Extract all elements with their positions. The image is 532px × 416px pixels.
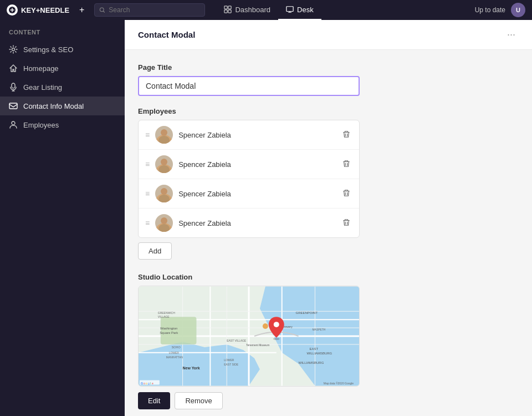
svg-point-59 [273, 338, 280, 340]
trash-icon [342, 160, 350, 168]
content-area: Contact Modal ··· Page Title Employees ≡ [125, 20, 532, 416]
content-header: Contact Modal ··· [125, 20, 532, 50]
tab-dashboard-label: Dashboard [235, 6, 270, 14]
svg-text:e: e [152, 382, 154, 385]
sidebar-item-gear-listing-label: Gear Listing [23, 83, 62, 92]
trash-icon [342, 189, 350, 197]
drag-handle-icon[interactable]: ≡ [145, 160, 150, 169]
map-remove-button[interactable]: Remove [175, 392, 222, 409]
svg-text:o: o [146, 382, 147, 385]
svg-text:Map data ©2020 Google: Map data ©2020 Google [324, 382, 354, 385]
drag-handle-icon[interactable]: ≡ [145, 189, 150, 198]
svg-rect-11 [9, 103, 17, 109]
desk-icon [286, 6, 294, 13]
table-row: ≡ Spencer Zabiela [139, 120, 359, 150]
studio-location-label: Studio Location [138, 273, 519, 281]
svg-text:LOWER: LOWER [169, 352, 180, 354]
employee-delete-button[interactable] [340, 159, 352, 170]
add-employee-button[interactable]: Add [138, 242, 172, 260]
brand-logo [7, 4, 18, 16]
trash-icon [342, 219, 350, 226]
sidebar: Content Settings & SEO Homepage Gear Lis… [0, 20, 125, 416]
svg-text:GREENPOINT: GREENPOINT [296, 311, 318, 314]
svg-rect-6 [287, 7, 293, 12]
employee-delete-button[interactable] [340, 129, 352, 141]
search-bar[interactable] [94, 3, 205, 17]
svg-text:GREENWICH: GREENWICH [158, 312, 175, 314]
sidebar-item-gear-listing[interactable]: Gear Listing [0, 78, 125, 97]
map-buttons: Edit Remove [138, 392, 519, 409]
sidebar-item-homepage-label: Homepage [23, 64, 59, 73]
svg-text:EAST SIDE: EAST SIDE [224, 363, 239, 366]
avatar: U [511, 3, 525, 17]
studio-location-section: Studio Location [138, 273, 519, 409]
map-edit-button[interactable]: Edit [138, 392, 170, 409]
search-input[interactable] [109, 6, 200, 14]
status-text: Up to date [475, 6, 505, 14]
page-title-input[interactable] [138, 76, 360, 96]
add-button[interactable]: + [76, 4, 88, 16]
svg-point-23 [161, 217, 167, 224]
sidebar-item-homepage[interactable]: Homepage [0, 59, 125, 78]
svg-text:Washington: Washington [160, 327, 177, 330]
sidebar-item-settings-seo-label: Settings & SEO [23, 45, 73, 54]
home-icon [9, 64, 18, 73]
drag-handle-icon[interactable]: ≡ [145, 219, 150, 227]
svg-point-9 [12, 48, 15, 51]
map-image: Washington Square Park GREENWICH VILLAGE… [139, 286, 359, 386]
svg-point-60 [274, 322, 279, 327]
employee-name: Spencer Zabiela [178, 160, 335, 169]
svg-text:VILLAGE: VILLAGE [158, 316, 170, 318]
svg-text:o: o [144, 382, 145, 385]
table-row: ≡ Spencer Zabiela [139, 209, 359, 237]
content-header-title: Contact Modal [138, 30, 195, 39]
svg-rect-3 [228, 6, 231, 9]
employee-name: Spencer Zabiela [178, 219, 335, 227]
svg-text:Tenement Museum: Tenement Museum [246, 344, 269, 347]
nav-tabs: Dashboard Desk [216, 0, 321, 20]
avatar [155, 126, 173, 144]
main-layout: Content Settings & SEO Homepage Gear Lis… [0, 20, 532, 416]
topnav-right: Up to date U [475, 3, 525, 17]
envelope-icon [9, 102, 18, 110]
table-row: ≡ Spencer Zabiela [139, 150, 359, 179]
trash-icon [342, 130, 350, 138]
employees-label: Employees [138, 107, 519, 115]
table-row: ≡ Spencer Zabiela [139, 179, 359, 209]
svg-text:G: G [141, 382, 143, 385]
employees-section: Employees ≡ Spencer Zabiela [138, 107, 519, 260]
svg-text:New York: New York [183, 366, 200, 370]
employee-delete-button[interactable] [340, 217, 352, 229]
svg-text:MANHATTAN: MANHATTAN [166, 356, 183, 359]
svg-rect-4 [224, 10, 227, 13]
sidebar-item-settings-seo[interactable]: Settings & SEO [0, 40, 125, 59]
svg-text:WILLIAMSBURG: WILLIAMSBURG [299, 361, 324, 364]
svg-text:g: g [148, 382, 150, 385]
employees-list: ≡ Spencer Zabiela [138, 120, 360, 238]
content-header-menu-button[interactable]: ··· [504, 28, 519, 42]
employee-delete-button[interactable] [340, 188, 352, 200]
svg-text:MASPETH: MASPETH [312, 328, 325, 331]
search-icon [99, 7, 105, 13]
svg-point-20 [161, 188, 167, 195]
svg-text:EAST VILLAGE: EAST VILLAGE [227, 339, 247, 342]
employee-name: Spencer Zabiela [178, 131, 335, 139]
avatar [155, 155, 173, 173]
sidebar-item-contact-info-modal[interactable]: Contact Info Modal [0, 97, 125, 115]
content-body: Page Title Employees ≡ [125, 50, 532, 416]
svg-rect-10 [12, 83, 15, 88]
tab-dashboard[interactable]: Dashboard [216, 0, 278, 20]
map-container: Washington Square Park GREENWICH VILLAGE… [138, 286, 360, 387]
svg-text:WILLIAMSBURG: WILLIAMSBURG [306, 352, 332, 355]
dashboard-icon [224, 6, 232, 13]
top-nav: KEY+NEEDLE + Dashboard Desk [0, 0, 532, 20]
avatar [155, 214, 173, 232]
employee-name: Spencer Zabiela [178, 190, 335, 198]
drag-handle-icon[interactable]: ≡ [145, 130, 150, 139]
tab-desk[interactable]: Desk [278, 0, 321, 20]
sidebar-section-title: Content [0, 29, 125, 40]
sidebar-item-employees[interactable]: Employees [0, 115, 125, 134]
svg-rect-2 [224, 6, 227, 9]
svg-rect-5 [228, 10, 231, 13]
gear-icon [9, 45, 18, 54]
